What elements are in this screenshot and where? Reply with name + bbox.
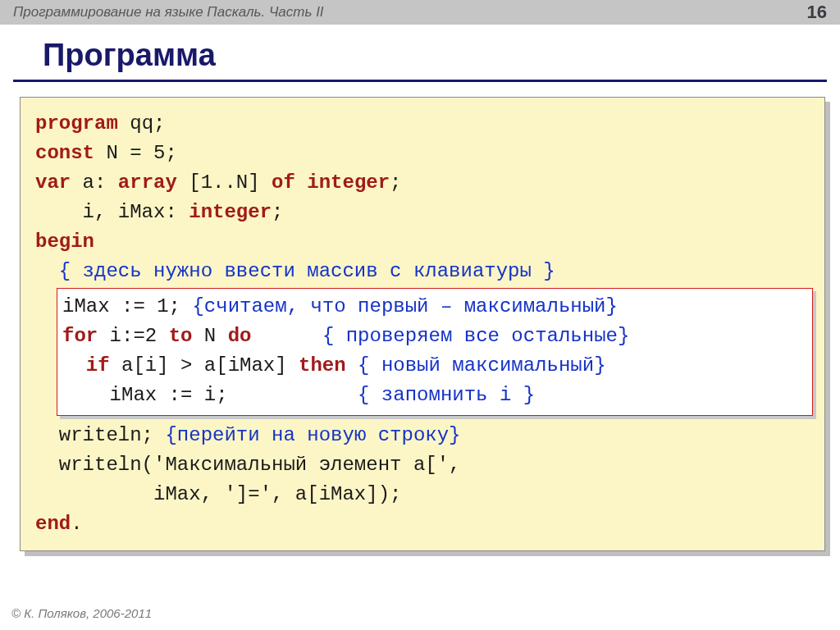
code-text [346, 354, 358, 377]
code-line: for i:=2 to N do { проверяем все остальн… [62, 322, 804, 351]
code-line: iMax := 1; {считаем, что первый – максим… [62, 292, 804, 322]
code-line: iMax := i; { запомнить i } [62, 381, 804, 410]
code-line: writeln('Максимальный элемент a[', [35, 450, 810, 480]
code-line: program qq; [35, 109, 810, 139]
code-text: . [71, 513, 82, 535]
keyword: var [35, 171, 71, 194]
code-text: iMax := i; [62, 384, 358, 406]
code-text [295, 171, 307, 194]
code-comment: {перейти на новую строку} [165, 424, 460, 446]
code-text: i, iMax: [35, 201, 189, 223]
code-container: program qq; const N = 5; var a: array [1… [20, 97, 825, 551]
code-text [62, 354, 86, 377]
keyword: then [299, 354, 346, 377]
code-text: a[i] > a[iMax] [110, 354, 299, 377]
keyword: if [86, 354, 110, 377]
keyword: begin [35, 231, 94, 253]
code-text: qq; [118, 112, 166, 135]
code-line: const N = 5; [35, 139, 810, 168]
header-title: Программирование на языке Паскаль. Часть… [13, 4, 324, 21]
code-text [251, 325, 322, 347]
keyword: integer [189, 201, 272, 223]
code-text: i:=2 [98, 325, 168, 347]
code-line: end. [35, 509, 810, 539]
code-comment: {считаем, что первый – максимальный} [192, 295, 617, 317]
code-line: var a: array [1..N] of integer; [35, 168, 810, 198]
keyword: of [272, 171, 295, 194]
keyword: do [228, 325, 252, 347]
code-box: program qq; const N = 5; var a: array [1… [20, 97, 825, 551]
header-bar: Программирование на языке Паскаль. Часть… [0, 0, 840, 25]
code-text: ; [272, 201, 283, 223]
code-text: [1..N] [177, 171, 272, 194]
code-text: N [192, 325, 227, 347]
highlight-box: iMax := 1; {считаем, что первый – максим… [57, 288, 813, 416]
keyword: program [35, 112, 118, 135]
code-text: writeln; [35, 424, 165, 446]
code-text: a: [71, 171, 118, 194]
code-line: begin [35, 227, 810, 257]
page-number: 16 [807, 2, 827, 23]
keyword: for [62, 325, 98, 347]
code-text: iMax := 1; [62, 295, 192, 317]
code-comment: { здесь нужно ввести массив с клавиатуры… [35, 257, 810, 286]
keyword: to [169, 325, 193, 347]
keyword: const [35, 142, 94, 164]
code-comment: { новый максимальный} [358, 354, 605, 377]
code-line: if a[i] > a[iMax] then { новый максималь… [62, 351, 804, 381]
keyword: integer [307, 171, 390, 194]
footer-copyright: © К. Поляков, 2006-2011 [11, 606, 152, 620]
keyword: array [118, 171, 177, 194]
code-comment: { проверяем все остальные} [322, 325, 629, 347]
keyword: end [35, 513, 71, 535]
code-text: N = 5; [94, 142, 177, 164]
code-line: i, iMax: integer; [35, 198, 810, 227]
code-text: ; [390, 171, 401, 194]
code-line: writeln; {перейти на новую строку} [35, 421, 810, 450]
highlight-block: iMax := 1; {считаем, что первый – максим… [57, 288, 813, 416]
slide-title: Программа [13, 25, 827, 82]
code-line: iMax, ']=', a[iMax]); [35, 480, 810, 509]
code-comment: { запомнить i } [358, 384, 535, 406]
